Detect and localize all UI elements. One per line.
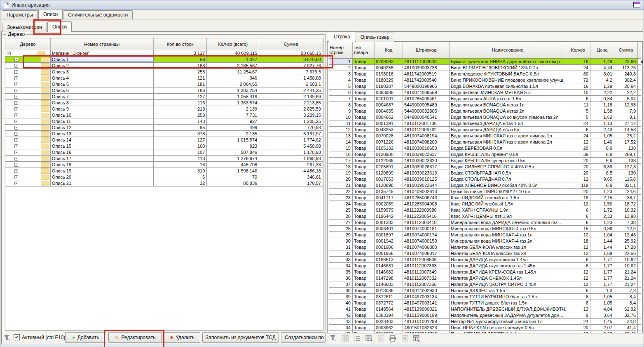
tree-expand-icon[interactable]: + bbox=[14, 151, 18, 154]
tree-expand-icon[interactable]: + bbox=[14, 169, 18, 173]
tree-expand-icon[interactable]: + bbox=[14, 144, 18, 148]
delete-button[interactable]: ✱ Удалить bbox=[164, 332, 200, 343]
item-row[interactable]: 1Товар02090934814114000643Бумага туалетн… bbox=[329, 59, 641, 65]
item-row[interactable]: 2Товар00402554810039003738Вино ВЕРМУТ БЕ… bbox=[329, 65, 641, 71]
tree-row[interactable]: +Опись 141271 015,5741 774,62 bbox=[5, 137, 323, 143]
tree-expand-icon[interactable]: + bbox=[14, 107, 18, 111]
create-by-zones-button[interactable]: Создатьописи по : bbox=[281, 332, 326, 343]
tree-row[interactable]: +Опись 41219461 458,08 bbox=[5, 75, 323, 81]
item-row[interactable]: 41Товар01495644815139000021НАПОЛНИТЕЛЬ Д… bbox=[329, 306, 641, 312]
tree-row[interactable]: +Опись 61661 283,2542 441,25 bbox=[5, 87, 323, 94]
add-button[interactable]: + Добавить bbox=[65, 332, 106, 343]
tree-row[interactable]: +Опись 1285499770,93 bbox=[5, 125, 323, 131]
tree-expand-icon[interactable]: + bbox=[14, 157, 18, 161]
tree-expand-icon[interactable]: + bbox=[14, 138, 18, 142]
tree-row[interactable]: +Опись 16107587,8461 178,93 bbox=[5, 149, 323, 156]
table-delete-icon[interactable]: x bbox=[412, 334, 422, 342]
items-column-header[interactable]: Цена bbox=[590, 42, 614, 58]
tree-column-header[interactable]: Кол-во строк bbox=[154, 38, 207, 50]
edit-button[interactable]: ✎ Редактировать bbox=[108, 332, 162, 343]
item-row[interactable]: 3Товар01980184811742000519Вино плодовое … bbox=[329, 71, 641, 77]
tree-expand-icon[interactable]: + bbox=[14, 113, 18, 117]
item-row[interactable]: 31Товар00019064810074006800Напиток БЕЛА-… bbox=[329, 244, 641, 250]
item-row[interactable]: 43Товар00234034813101001298Нектар №1 мул… bbox=[329, 319, 641, 325]
item-row[interactable]: 19Товар01208994810039023613Водка СТОЛЬГР… bbox=[329, 170, 641, 176]
tree-row[interactable]: +Опись 81161 363,5742 213,85 bbox=[5, 100, 323, 106]
item-row[interactable]: 25Товар01599794811222003986Квас ХАТНІ СП… bbox=[329, 207, 641, 213]
sigma-icon[interactable]: Σ bbox=[377, 334, 386, 342]
tree-row[interactable]: +Опись 102537 7313 229,15 bbox=[5, 112, 323, 118]
item-row[interactable]: 35Товар01466824810112007349Напиток ДАРИД… bbox=[329, 269, 641, 275]
tab-main-1[interactable]: Параметры bbox=[2, 10, 38, 19]
tree-row[interactable]: +Опись 92132 1392 825,59 bbox=[5, 106, 323, 112]
items-column-header[interactable]: Тип товара bbox=[353, 42, 375, 58]
tree-row[interactable]: +Опись 111439271 205,25 bbox=[5, 118, 323, 125]
tree-expand-icon[interactable]: + bbox=[14, 101, 18, 105]
tree-expand-icon[interactable]: + bbox=[14, 58, 18, 61]
item-row[interactable]: 27Товар00013834810112000418Минеральная в… bbox=[329, 220, 641, 226]
active-checkbox[interactable]: ✔ Активный (ctrl F10) bbox=[14, 334, 65, 340]
calculator-add-icon[interactable]: + bbox=[365, 334, 374, 342]
tree-row[interactable]: +Опись 21632 185,5677 927,76 bbox=[5, 63, 323, 69]
item-row[interactable]: 12Товар00482534810112006762Вода питьевая… bbox=[329, 127, 641, 133]
item-row[interactable]: 8Товар00046875449000005489Вода питьевая … bbox=[329, 102, 641, 108]
print-icon[interactable] bbox=[389, 334, 398, 342]
items-column-header[interactable]: Кол-во bbox=[566, 42, 590, 58]
tree-expand-icon[interactable]: − bbox=[7, 52, 11, 55]
item-row[interactable]: 16Товар01209004810039023637Водка КРЫШТАЛ… bbox=[329, 151, 641, 158]
tab-items-1[interactable]: Строка bbox=[329, 31, 355, 42]
tree-expand-icon[interactable]: + bbox=[14, 64, 18, 68]
item-row[interactable]: 4Товар01803294811742000540Вино ПРИКОСНОВ… bbox=[329, 77, 641, 83]
tree-row[interactable]: −Магазин "Эконом"3 13740 609,11558 665,1… bbox=[5, 50, 323, 57]
tree-column-header[interactable]: Дерево bbox=[5, 38, 51, 50]
tree-row[interactable]: +Опись 1816445,708267,33 bbox=[5, 162, 323, 168]
tree-expand-icon[interactable]: + bbox=[14, 120, 18, 123]
tab-sub-2[interactable]: Описи bbox=[47, 21, 72, 32]
tree-row[interactable]: +Опись 1561 0273 510,83 bbox=[5, 57, 323, 63]
tab-main-3[interactable]: Сличительные ведомости bbox=[63, 10, 133, 19]
excel-export-icon[interactable]: X bbox=[400, 334, 410, 342]
tree-expand-icon[interactable]: + bbox=[14, 132, 18, 136]
items-column-header[interactable]: Штрихкод bbox=[403, 42, 450, 58]
items-column-header[interactable]: Код bbox=[375, 42, 403, 58]
tree-expand-icon[interactable]: + bbox=[14, 89, 18, 92]
item-row[interactable]: 37Товар01466834810112007356Напиток ДАРИД… bbox=[329, 281, 641, 288]
tree-expand-icon[interactable]: + bbox=[14, 76, 18, 80]
tree-column-header[interactable]: Сумма bbox=[259, 38, 323, 50]
filter-icon[interactable]: + bbox=[329, 334, 338, 342]
tree-expand-icon[interactable]: + bbox=[14, 175, 18, 179]
tree-column-header[interactable]: Номер страницы bbox=[51, 38, 154, 50]
tree-row[interactable]: +Опись 20670346,61 bbox=[5, 174, 323, 180]
tree-expand-icon[interactable]: + bbox=[14, 95, 18, 99]
item-row[interactable]: 15Товар01051324810030010650Водка БЕРЕЗОВ… bbox=[329, 145, 641, 151]
item-row[interactable]: 44Товар00089624601501082623Пиво HEINEKEN… bbox=[329, 325, 641, 331]
item-row[interactable]: 10Товар00046625449000040541Вода питьевая… bbox=[329, 114, 641, 120]
item-row[interactable]: 6Товар03639884810074009559Вода питевая М… bbox=[329, 90, 641, 96]
item-row[interactable]: 34Товар01466814810112007363Напиток ДАРИД… bbox=[329, 263, 641, 269]
item-row[interactable]: 18Товар02058914810039026317Водка СИЛЬВЕР… bbox=[329, 164, 641, 170]
item-row[interactable]: 32Товар00019564810074006817Напиток БЕЛА-… bbox=[329, 250, 641, 257]
tree-row[interactable]: +Опись 51812 064,552 503,1 bbox=[5, 81, 323, 87]
tab-sub-1[interactable]: Зоны/комиссии bbox=[2, 23, 47, 32]
item-row[interactable]: 42Товар03631944815139000199Наполнитель д… bbox=[329, 312, 641, 319]
item-row[interactable]: 23Товар00417174810285006743Квас ЛИДСКИЙ … bbox=[329, 195, 641, 201]
tree-expand-icon[interactable]: + bbox=[14, 70, 18, 74]
items-column-header[interactable]: Сумма bbox=[614, 42, 638, 58]
tree-row[interactable]: +Опись 151609235 458,98 bbox=[5, 143, 323, 149]
item-row[interactable]: 17Товар01220694810039023620Водка КРЫШТАЛ… bbox=[329, 158, 641, 164]
item-row[interactable]: 11Товар00013914810112001736Вода питьевая… bbox=[329, 120, 641, 127]
items-column-header[interactable]: Номер строки bbox=[329, 42, 353, 58]
item-row[interactable]: 40Товар03727724810497003141Напиток ТУТТИ… bbox=[329, 300, 641, 306]
item-row[interactable]: 38Товар00130364810014002930Напиток ДЮШЕС… bbox=[329, 288, 641, 294]
fill-from-tsd-button[interactable]: Заполнить из документов ТСД bbox=[202, 332, 279, 343]
tree-expand-icon[interactable]: + bbox=[14, 182, 18, 185]
tree-expand-icon[interactable]: + bbox=[14, 163, 18, 167]
item-row[interactable]: 24Товар00020894810285004008Квас ЛИДСКИЙ … bbox=[329, 201, 641, 207]
tree-expand-icon[interactable]: + bbox=[14, 83, 18, 86]
item-row[interactable]: 26Товар01964424811222005416Квас ХАТНІ ЦЕ… bbox=[329, 213, 641, 220]
item-row[interactable]: 29Товар00018974810074000174Минеральная в… bbox=[329, 232, 641, 238]
tab-items-2[interactable]: Опись-товар bbox=[356, 33, 394, 42]
item-row[interactable]: 28Товар00064014810074000181Минеральная в… bbox=[329, 226, 641, 232]
filter-icon[interactable]: + bbox=[3, 334, 12, 342]
item-row[interactable]: 30Товар00019424810074000150Минеральная в… bbox=[329, 238, 641, 244]
